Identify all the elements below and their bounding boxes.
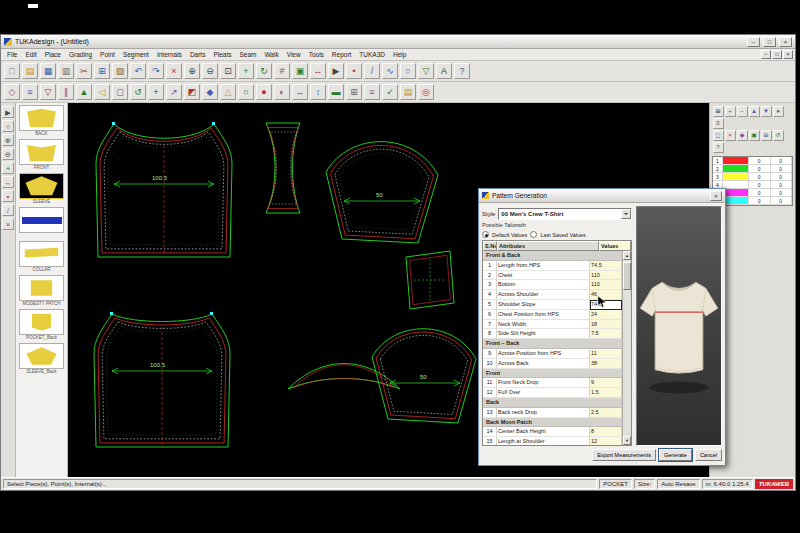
redraw-button[interactable]: ↻ (256, 63, 272, 79)
minimize-button[interactable]: – (747, 37, 760, 47)
pleat-button[interactable]: ∥ (58, 84, 74, 100)
trace-button[interactable]: △ (220, 84, 236, 100)
menu-tuka3d[interactable]: TUKA3D (355, 50, 389, 59)
show-all-button[interactable]: ◻ (713, 130, 724, 141)
measure-button[interactable]: ↔ (310, 63, 326, 79)
maximize-button[interactable]: □ (763, 37, 776, 47)
copy-grade-button[interactable]: ⊞ (761, 130, 772, 141)
add-point-button[interactable]: • (346, 63, 362, 79)
dialog-close-button[interactable]: × (710, 191, 722, 201)
view-3d-button[interactable]: ◎ (418, 84, 434, 100)
zoom-out-button[interactable]: ⊖ (2, 148, 14, 160)
scroll-up-icon[interactable]: ▲ (623, 251, 631, 260)
table-scrollbar[interactable]: ▲ ▼ (622, 251, 631, 445)
attr-value-cell[interactable]: 38 (590, 359, 622, 369)
paste-button[interactable]: ▨ (112, 63, 128, 79)
pan-button[interactable]: + (238, 63, 254, 79)
piece-item-2[interactable]: SLEEVE (19, 173, 64, 205)
attr-value-cell[interactable]: 74.5 (590, 261, 622, 271)
dialog-title-bar[interactable]: Pattern Generation × (479, 189, 725, 203)
fold-button[interactable]: ◐ (274, 84, 290, 100)
drill-button[interactable]: ● (256, 84, 272, 100)
reset-button[interactable]: ↺ (773, 130, 784, 141)
menu-place[interactable]: Place (41, 50, 65, 59)
cancel-button[interactable]: Cancel (695, 449, 722, 461)
piece-item-1[interactable]: FRONT (19, 139, 64, 171)
save-button[interactable]: ▦ (40, 63, 56, 79)
menu-internals[interactable]: Internals (153, 50, 186, 59)
menu-tools[interactable]: Tools (305, 50, 328, 59)
attr-value-cell[interactable]: 110 (590, 280, 622, 290)
style-select[interactable]: 00 Men's Crew T-Shirt (498, 208, 632, 220)
grade-up-button[interactable]: ▲ (749, 106, 760, 117)
menu-point[interactable]: Point (96, 50, 119, 59)
attr-row[interactable]: 2Chest110 (483, 271, 622, 281)
flip-h-button[interactable]: ↔ (292, 84, 308, 100)
menu-walk[interactable]: Walk (260, 50, 282, 59)
size-color-row[interactable]: 200 (713, 165, 792, 173)
menu-seam[interactable]: Seam (235, 50, 260, 59)
col-attributes[interactable]: Attributes (497, 241, 599, 251)
walk-button[interactable]: ◁ (94, 84, 110, 100)
rotate-button[interactable]: ↺ (130, 84, 146, 100)
attr-value-cell[interactable]: 18 (590, 320, 622, 330)
piece-item-7[interactable]: SLEEVE_Back (19, 343, 64, 375)
attr-value-cell[interactable]: 11 (590, 349, 622, 359)
new-button[interactable]: □ (4, 63, 20, 79)
grade-down-button[interactable]: ▼ (761, 106, 772, 117)
move-button[interactable]: + (148, 84, 164, 100)
attr-value-cell[interactable]: 2.5 (590, 408, 622, 418)
lock-button[interactable]: ● (773, 106, 784, 117)
menu-segment[interactable]: Segment (119, 50, 153, 59)
menu-report[interactable]: Report (328, 50, 356, 59)
close-button[interactable]: × (779, 37, 792, 47)
measure-button[interactable]: ↔ (2, 176, 14, 188)
dart-button[interactable]: ▽ (40, 84, 56, 100)
mdi-minimize-button[interactable]: – (761, 50, 771, 59)
size-color-row[interactable]: 100 (713, 157, 792, 165)
attr-value-cell[interactable]: 24 (590, 310, 622, 320)
snap-button[interactable]: ▣ (292, 63, 308, 79)
attr-row[interactable]: 6Chest Position from HPS24 (483, 310, 622, 320)
title-bar[interactable]: TUKAdesign - (Untitled) – □ × (1, 35, 795, 49)
last-saved-values-radio[interactable] (530, 231, 537, 238)
seam-button[interactable]: ≡ (22, 84, 38, 100)
hide-button[interactable]: × (725, 130, 736, 141)
combo-arrow-icon[interactable] (621, 209, 631, 219)
select-button[interactable]: ▶ (2, 106, 14, 118)
scroll-down-icon[interactable]: ▼ (623, 436, 631, 445)
piece-item-0[interactable]: BACK (19, 105, 64, 137)
zoom-fit-button[interactable]: ⊡ (220, 63, 236, 79)
cut-button[interactable]: ✂ (76, 63, 92, 79)
col-values[interactable]: Values (599, 241, 631, 251)
piece-item-6[interactable]: POCKET_Back (19, 309, 64, 341)
attr-row[interactable]: 1Length from HPS74.5 (483, 261, 622, 271)
attr-row[interactable]: 15Length at Shoulder12 (483, 437, 622, 445)
split-button[interactable]: ◩ (184, 84, 200, 100)
join-button[interactable]: ◆ (202, 84, 218, 100)
attr-row[interactable]: 8Side Slit Height7.5 (483, 329, 622, 339)
attr-row[interactable]: 11Front Neck Drop9 (483, 378, 622, 388)
scrollbar-track[interactable] (623, 260, 631, 436)
piece-item-3[interactable] (19, 207, 64, 239)
text-button[interactable]: A (436, 63, 452, 79)
undo-button[interactable]: ↶ (130, 63, 146, 79)
grid-button[interactable]: # (274, 63, 290, 79)
zoom-in-button[interactable]: ⊕ (184, 63, 200, 79)
lasso-button[interactable]: ○ (2, 120, 14, 132)
attr-value-cell[interactable]: 110 (590, 271, 622, 281)
col-sno[interactable]: S.No. (483, 241, 497, 251)
flip-v-button[interactable]: ↕ (310, 84, 326, 100)
attr-value-cell[interactable]: 8 (590, 427, 622, 437)
help-button[interactable]: ? (454, 63, 470, 79)
marker-button[interactable]: ▬ (328, 84, 344, 100)
size-color-row[interactable]: 300 (713, 173, 792, 181)
piece-item-4[interactable]: COLLAR (19, 241, 64, 273)
table-button[interactable]: ⊞ (346, 84, 362, 100)
export-measurements-button[interactable]: Export Measurements (592, 449, 656, 461)
attr-row[interactable]: 13Back neck Drop2.5 (483, 408, 622, 418)
grade-button[interactable]: ▲ (76, 84, 92, 100)
mirror-button[interactable]: ◻ (112, 84, 128, 100)
redo-button[interactable]: ↷ (148, 63, 164, 79)
add-size-button[interactable]: + (725, 106, 736, 117)
